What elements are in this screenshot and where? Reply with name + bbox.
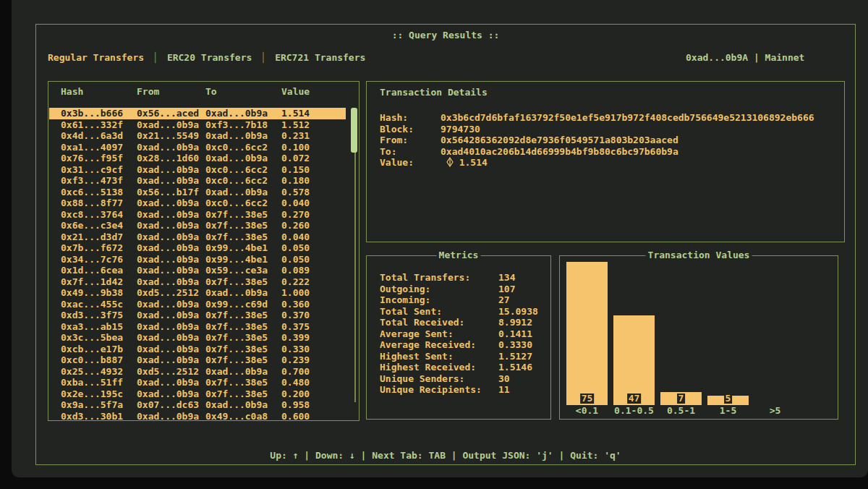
- metric-label: Unique Recipients:: [380, 384, 498, 396]
- table-row[interactable]: 0xc6...51380x56...b17f0xad...0b9a0.578: [49, 187, 346, 198]
- table-row[interactable]: 0x61...332f0xad...0b9a0xf3...7b181.512: [49, 119, 346, 131]
- tab-bar: Regular Transfers│ERC20 Transfers│ERC721…: [48, 52, 365, 63]
- metric-value: 8.9912: [498, 317, 532, 328]
- metric-label: Unique Senders:: [380, 373, 498, 385]
- table-cell: 0x7f...38e5: [205, 377, 281, 388]
- metric-label: Total Transfers:: [380, 272, 498, 284]
- table-cell: 0.239: [281, 354, 346, 366]
- table-row[interactable]: 0x76...f95f0x28...1d600xad...0b9a0.072: [49, 153, 346, 164]
- table-cell: 0xc0...6cc2: [205, 164, 281, 176]
- table-cell: 0.958: [281, 399, 346, 411]
- scrollbar-thumb[interactable]: [351, 108, 357, 153]
- table-row[interactable]: 0x9a...5f7a0x07...dc630xad...0b9a0.958: [49, 399, 346, 411]
- table-cell: 0xd5...2512: [137, 287, 205, 299]
- table-cell: 0x3c...5bea: [61, 332, 137, 344]
- scrollbar-track[interactable]: [354, 109, 356, 402]
- table-row[interactable]: 0x2e...195c0xad...0b9a0x7f...38e50.200: [49, 388, 346, 400]
- table-cell: 0x7f...38e5: [205, 388, 281, 400]
- tab-erc721-transfers[interactable]: ERC721 Transfers: [275, 52, 365, 63]
- table-cell: 0xad...0b9a: [137, 388, 205, 400]
- table-cell: 0.260: [281, 220, 346, 231]
- table-cell: 0xad...0b9a: [137, 220, 205, 231]
- table-cell: 0x34...7c76: [61, 254, 137, 265]
- table-cell: 0xad...0b9a: [137, 265, 205, 276]
- table-row[interactable]: 0x3c...5bea0xad...0b9a0x7f...38e50.399: [49, 332, 346, 344]
- tab-erc20-transfers[interactable]: ERC20 Transfers: [167, 52, 252, 63]
- metric-row: Total Transfers:134: [380, 272, 538, 284]
- metric-label: Average Sent:: [380, 328, 498, 340]
- metrics-title: Metrics: [437, 250, 481, 260]
- chart-bar-slot: 470.1-0.5: [611, 315, 657, 417]
- metric-row: Total Received:8.9912: [380, 317, 538, 328]
- table-cell: 0xad...0b9a: [137, 142, 205, 153]
- table-cell: 0x07...dc63: [137, 399, 205, 411]
- column-header-hash: Hash: [61, 86, 137, 98]
- table-cell: 0xad...0b9a: [205, 108, 281, 119]
- table-row[interactable]: 0x4d...6a3d0x21...55490xad...0b9a0.231: [49, 130, 346, 142]
- bar-value-label: 7: [677, 394, 686, 404]
- metric-value: 0.3330: [498, 339, 532, 350]
- column-header-to: To: [205, 86, 281, 98]
- table-row[interactable]: 0xc0...b8870xad...0b9a0x7f...38e50.239: [49, 354, 346, 366]
- x-axis-label: 0.5-1: [667, 405, 695, 417]
- table-cell: 0.200: [281, 388, 346, 400]
- table-cell: 0xad...0b9a: [137, 119, 205, 131]
- table-cell: 0xc0...b887: [61, 354, 137, 366]
- table-cell: 0.150: [281, 164, 346, 176]
- table-row[interactable]: 0xd3...3f750xad...0b9a0x7f...38e50.370: [49, 310, 346, 321]
- transaction-details-panel: Transaction Details Hash:0x3b6cd7d6bfaf1…: [366, 81, 845, 242]
- detail-value: 1.514: [441, 157, 488, 168]
- table-row[interactable]: 0xba...51ff0xad...0b9a0x7f...38e50.480: [49, 377, 346, 388]
- table-row[interactable]: 0x7f...1d420xad...0b9a0x7f...38e50.222: [49, 276, 346, 288]
- table-cell: 0x31...c9cf: [61, 164, 137, 176]
- table-cell: 0xad...0b9a: [137, 310, 205, 321]
- metric-row: Average Received:0.3330: [380, 339, 538, 351]
- detail-row: From:0x564286362092d8e7936f0549571a803b2…: [380, 135, 814, 146]
- table-row[interactable]: 0x25...49320xd5...25120xad...0b9a0.700: [49, 366, 346, 378]
- table-cell: 0x6e...c3e4: [61, 220, 137, 231]
- details-title: Transaction Details: [380, 87, 488, 98]
- table-cell: 0.050: [281, 254, 346, 265]
- table-row[interactable]: 0xa1...40970xad...0b9a0xc0...6cc20.100: [49, 142, 346, 153]
- bar-value-label: 75: [580, 394, 595, 404]
- table-cell: 0xd3...30b1: [61, 411, 137, 422]
- table-cell: 0x7f...38e5: [205, 321, 281, 333]
- screenshot-root: :: Query Results :: Regular Transfers│ER…: [0, 0, 868, 489]
- metric-label: Highest Received:: [380, 362, 498, 373]
- table-cell: 0xad...0b9a: [137, 377, 205, 388]
- table-cell: 0xad...0b9a: [137, 197, 205, 209]
- table-cell: 0.089: [281, 265, 346, 276]
- table-cell: 0x21...d3d7: [61, 231, 137, 243]
- table-row[interactable]: 0x34...7c760xad...0b9a0x99...4be10.050: [49, 254, 346, 265]
- table-row[interactable]: 0xcb...e17b0xad...0b9a0x7f...38e50.330: [49, 344, 346, 355]
- detail-row: To:0xad4010ac206b14d66999b4bf9b80c6bc97b…: [380, 146, 814, 158]
- metric-row: Highest Sent:1.5127: [380, 351, 538, 362]
- table-cell: 0xad...0b9a: [137, 276, 205, 288]
- table-row[interactable]: 0xc8...37640xad...0b9a0x7f...38e50.270: [49, 209, 346, 221]
- table-cell: 0.370: [281, 310, 346, 321]
- metric-label: Average Received:: [380, 339, 498, 351]
- table-row[interactable]: 0x21...d3d70xad...0b9a0x7f...38e50.040: [49, 231, 346, 243]
- table-row[interactable]: 0x7b...f6720xad...0b9a0x99...4be10.050: [49, 242, 346, 254]
- table-row[interactable]: 0xac...455c0xad...0b9a0x99...c69d0.360: [49, 299, 346, 310]
- metric-row: Incoming:27: [380, 294, 538, 306]
- table-cell: 0xad...0b9a: [137, 231, 205, 243]
- table-cell: 0x7f...38e5: [205, 354, 281, 366]
- table-row[interactable]: 0x3b...b6660x56...aced0xad...0b9a1.514: [49, 108, 346, 119]
- table-row[interactable]: 0xf3...473f0xad...0b9a0xc0...6cc20.180: [49, 175, 346, 187]
- table-cell: 0x99...4be1: [205, 254, 281, 265]
- metric-row: Outgoing:107: [380, 284, 538, 295]
- table-row[interactable]: 0xd3...30b10xad...0b9a0x49...c0a80.600: [49, 411, 346, 422]
- table-cell: 0xad...0b9a: [205, 287, 281, 299]
- table-row[interactable]: 0x49...9b380xd5...25120xad...0b9a1.000: [49, 287, 346, 299]
- x-axis-label: <0.1: [576, 405, 598, 417]
- table-cell: 0xa1...4097: [61, 142, 137, 153]
- table-cell: 0.040: [281, 231, 346, 243]
- table-row[interactable]: 0x6e...c3e40xad...0b9a0x7f...38e50.260: [49, 220, 346, 231]
- tab-regular-transfers[interactable]: Regular Transfers: [48, 52, 144, 63]
- table-row[interactable]: 0x31...c9cf0xad...0b9a0xc0...6cc20.150: [49, 164, 346, 176]
- table-row[interactable]: 0x1d...6cea0xad...0b9a0x59...ce3a0.089: [49, 265, 346, 276]
- table-cell: 0x59...ce3a: [205, 265, 281, 276]
- table-row[interactable]: 0xa3...ab150xad...0b9a0x7f...38e50.375: [49, 321, 346, 333]
- table-row[interactable]: 0x88...8f770xad...0b9a0xc0...6cc20.040: [49, 197, 346, 209]
